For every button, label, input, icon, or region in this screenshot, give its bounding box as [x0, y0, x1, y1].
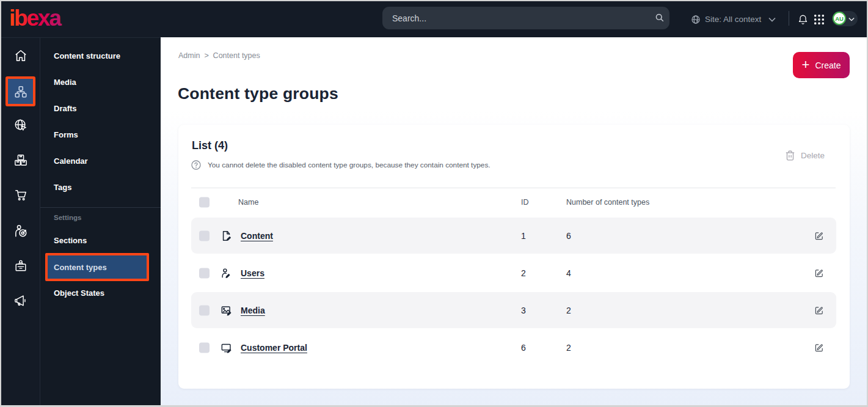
svg-text:ibexa: ibexa: [10, 7, 62, 30]
